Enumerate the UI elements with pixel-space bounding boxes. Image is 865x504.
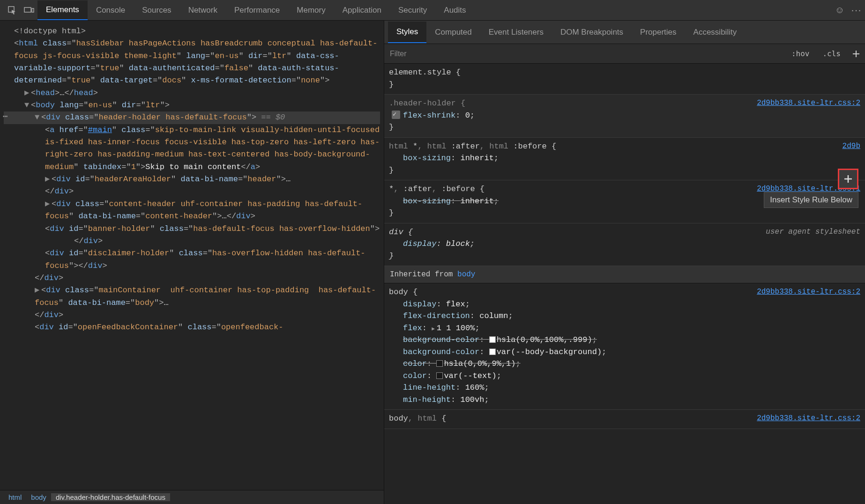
devtools-top-tabs: Elements Console Sources Network Perform…	[0, 0, 865, 21]
tab-console[interactable]: Console	[88, 1, 134, 20]
dom-selected-node[interactable]: ▼<div class="header-holder has-default-f…	[4, 111, 380, 124]
dom-body-open[interactable]: ▼<body lang="en-us" dir="ltr">	[4, 99, 380, 111]
dom-div-headerarea[interactable]: ▶<div id="headerAreaHolder" data-bi-name…	[4, 173, 380, 198]
source-link[interactable]: 2d9bb338.site-ltr.css:2	[757, 413, 860, 424]
inherited-from-bar: Inherited from body	[384, 266, 865, 283]
dom-div-banner[interactable]: <div id="banner-holder" class="has-defau…	[4, 223, 380, 235]
styles-sidebar-tabs: Styles Computed Event Listeners DOM Brea…	[384, 21, 865, 44]
expand-shorthand-icon[interactable]: ▶	[432, 325, 435, 333]
rule-div-ua[interactable]: user agent stylesheet div { display: blo…	[384, 223, 865, 267]
source-link[interactable]: 2d9bb338.site-ltr.css:2	[757, 286, 860, 297]
breadcrumb-body[interactable]: body	[26, 493, 51, 501]
hov-toggle[interactable]: :hov	[785, 49, 816, 58]
styles-body: element.style { } 2d9bb338.site-ltr.css:…	[384, 64, 865, 504]
tab-computed[interactable]: Computed	[426, 22, 480, 43]
tab-dom-breakpoints[interactable]: DOM Breakpoints	[552, 22, 632, 43]
property-checkbox[interactable]	[392, 111, 400, 119]
tab-sources[interactable]: Sources	[134, 1, 179, 20]
overflow-ellipsis-icon: ⋯	[3, 111, 8, 124]
dom-div-contentheader[interactable]: ▶<div class="content-header uhf-containe…	[4, 198, 380, 223]
source-link[interactable]: 2d9bb338.site-ltr.css:2	[757, 97, 860, 109]
rule-body[interactable]: 2d9bb338.site-ltr.css:2 body { display: …	[384, 283, 865, 410]
dom-head[interactable]: ▶<head>…</head>	[4, 87, 380, 99]
inherited-link[interactable]: body	[457, 270, 475, 279]
rule-element-style[interactable]: element.style { }	[384, 64, 865, 95]
tab-styles[interactable]: Styles	[388, 22, 426, 43]
tab-accessibility[interactable]: Accessibility	[685, 22, 746, 43]
new-style-rule-icon[interactable]	[847, 50, 865, 58]
dom-div-feedback[interactable]: <div id="openFeedbackContainer" class="o…	[4, 321, 380, 334]
dom-tree[interactable]: <!doctype html> <html class="hasSidebar …	[0, 21, 384, 490]
tab-network[interactable]: Network	[180, 1, 226, 20]
rule-html-star[interactable]: 2d9b html *, html :after, html :before {…	[384, 138, 865, 181]
tooltip: Insert Style Rule Below	[764, 192, 858, 208]
feedback-icon[interactable]: ☺	[831, 2, 848, 19]
tab-performance[interactable]: Performance	[226, 1, 288, 20]
tab-elements[interactable]: Elements	[37, 0, 88, 20]
inspect-element-icon[interactable]	[4, 2, 21, 19]
dom-div-maincontainer[interactable]: ▶<div class="mainContainer uhf-container…	[4, 284, 380, 321]
dom-a-skip[interactable]: <a href="#main" class="skip-to-main-link…	[4, 124, 380, 173]
more-icon[interactable]: ···	[848, 2, 865, 19]
tab-audits[interactable]: Audits	[435, 1, 474, 20]
dom-doctype: <!doctype html>	[14, 27, 86, 36]
dom-div-banner-close: </div>	[4, 235, 380, 247]
breadcrumb: html body div.header-holder.has-default-…	[0, 490, 384, 504]
color-swatch[interactable]	[436, 372, 443, 379]
dom-close-header: </div>	[4, 272, 380, 284]
tab-security[interactable]: Security	[390, 1, 435, 20]
breadcrumb-html[interactable]: html	[4, 493, 26, 501]
breadcrumb-selected[interactable]: div.header-holder.has-default-focus	[51, 493, 170, 501]
source-link[interactable]: 2d9b	[843, 141, 860, 152]
tab-application[interactable]: Application	[334, 1, 390, 20]
cls-toggle[interactable]: .cls	[816, 49, 847, 58]
svg-rect-1	[24, 7, 31, 12]
color-swatch[interactable]	[436, 360, 443, 367]
styles-filter-bar: :hov .cls	[384, 44, 865, 64]
ua-stylesheet-label: user agent stylesheet	[766, 226, 860, 237]
color-swatch[interactable]	[489, 336, 496, 343]
insert-style-rule-button[interactable]	[838, 169, 858, 189]
dom-html-open[interactable]: <html class="hasSidebar hasPageActions h…	[4, 37, 380, 87]
styles-filter-input[interactable]	[384, 44, 785, 63]
color-swatch[interactable]	[489, 348, 496, 355]
tab-properties[interactable]: Properties	[632, 22, 685, 43]
device-toolbar-icon[interactable]	[21, 2, 37, 19]
svg-rect-2	[32, 8, 34, 12]
tab-memory[interactable]: Memory	[288, 1, 334, 20]
dom-div-disclaimer[interactable]: <div id="disclaimer-holder" class="has-o…	[4, 247, 380, 272]
rule-body-html[interactable]: 2d9bb338.site-ltr.css:2 body, html {	[384, 410, 865, 429]
tab-event-listeners[interactable]: Event Listeners	[480, 22, 552, 43]
rule-header-holder[interactable]: 2d9bb338.site-ltr.css:2 .header-holder {…	[384, 95, 865, 138]
